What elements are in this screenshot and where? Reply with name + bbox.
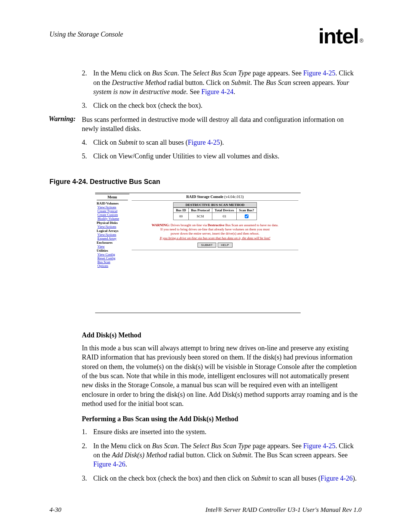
td-scan-bus [237, 212, 257, 220]
step-text: Click on View/Config under Utilities to … [93, 152, 279, 161]
t: If you bring a drive on-line via bus sca… [160, 236, 271, 240]
t: page appears. See [251, 69, 303, 77]
subheading-performing: Performing a Bus Scan using the Add Disk… [82, 414, 362, 423]
menu-link-options[interactable]: Options [97, 264, 128, 268]
step-5: 5. Click on View/Config under Utilities … [82, 152, 362, 161]
t: . The [177, 69, 193, 77]
step-c2: 2. In the Menu click on Bus Scan. The Se… [82, 441, 362, 469]
t: Bus Scan [152, 69, 177, 77]
t: screen appears. [291, 79, 336, 86]
t: Submit [251, 474, 270, 482]
menu-group: Utilities [97, 249, 128, 252]
menu-link-modify-volume[interactable]: Modify Volume [97, 217, 128, 220]
t: In the Menu click on [93, 442, 152, 450]
divider [132, 200, 298, 201]
t: (v4.04c.013) [223, 195, 244, 199]
step-num: 2. [82, 69, 93, 96]
content-title: RAID Storage Console (v4.04c.013) [132, 195, 298, 199]
scan-bus-checkbox[interactable] [245, 214, 249, 218]
t: Bus Scan are assumed to have no data. [225, 223, 279, 227]
t: ). [353, 474, 357, 482]
menu-link-view-actions[interactable]: View/Actions [97, 225, 128, 228]
help-button[interactable]: HELP [218, 243, 233, 248]
t: . The [177, 442, 193, 450]
running-head: Using the Storage Console [49, 30, 123, 38]
t: Click on [93, 139, 118, 146]
step-num: 2. [82, 441, 93, 469]
menu-link-view[interactable]: View [97, 244, 128, 248]
submit-button[interactable]: SUBMIT [198, 243, 216, 248]
step-num: 4. [82, 138, 93, 147]
manual-title: Intel® Server RAID Controller U3-1 User'… [206, 506, 362, 514]
subheading-add-disks: Add Disk(s) Method [82, 331, 362, 340]
t: . The [250, 79, 266, 86]
menu-link-expand-array[interactable]: Expand Array [97, 236, 128, 240]
step-num: 5. [82, 152, 93, 161]
figure-4-24: Menu RAID Volumes View/Actions Create Ty… [95, 193, 301, 313]
t: Submit [118, 139, 137, 146]
step-num: 3. [82, 474, 93, 483]
t: Add Disk(s) Method [112, 451, 167, 459]
td-bus-id: 00 [174, 212, 189, 220]
step-3: 3. Click on the check box (check the box… [82, 101, 362, 110]
t: Bus Scan [266, 79, 292, 86]
bus-scan-table: DESTRUCTIVE BUS SCAN METHOD Bus ID Bus P… [173, 202, 257, 220]
t: . [126, 460, 127, 468]
t: ). [220, 139, 224, 146]
menu-column: Menu RAID Volumes View/Actions Create Ty… [95, 194, 129, 313]
step-c3: 3. Click on the check box (check the box… [82, 474, 362, 483]
step-text: Click on the check box (check the box). [93, 101, 202, 110]
th-bus-protocol: Bus Protocol [188, 208, 212, 212]
fig-link[interactable]: Figure 4-26 [320, 474, 353, 482]
menu-link-view-actions[interactable]: View/Actions [97, 233, 128, 236]
t: power down the entire server, insert the… [170, 232, 259, 235]
menu-link-view-config[interactable]: View Config [97, 252, 128, 256]
t: to scan all buses ( [270, 474, 320, 482]
step-num: 3. [82, 101, 93, 110]
intel-logo: intel® [319, 27, 362, 46]
destructive-warning: WARNING: Drives brought on-line via Dest… [139, 223, 292, 240]
step-2: 2. In the Menu click on Bus Scan. The Se… [82, 69, 362, 96]
th-bus-id: Bus ID [174, 208, 189, 212]
warning-text: Bus scans performed in destructive mode … [82, 115, 362, 134]
step-c1: 1. Ensure disks are inserted into the sy… [82, 427, 362, 436]
t: If you need to bring drives on-line that… [161, 227, 270, 231]
t: Destructive Method [112, 79, 166, 86]
t: Select Bus Scan Type [193, 442, 251, 450]
td-bus-protocol: SCSI [188, 212, 212, 220]
menu-header: Menu [97, 195, 128, 200]
logo-text: intel [319, 24, 358, 48]
menu-link-bus-scan[interactable]: Bus Scan [97, 260, 128, 264]
t: In the Menu click on [93, 69, 152, 77]
menu-link-view-actions[interactable]: View/Actions [97, 205, 128, 209]
fig-link[interactable]: Figure 4-25 [188, 139, 220, 146]
fig-link[interactable]: Figure 4-24 [201, 88, 234, 96]
logo-reg: ® [360, 38, 363, 44]
step-text: Ensure disks are inserted into the syste… [93, 427, 206, 436]
fig-link[interactable]: Figure 4-25 [303, 442, 336, 450]
t: radial button. Click on [167, 451, 232, 459]
t: WARNING: [152, 223, 171, 227]
t: RAID Storage Console [186, 195, 223, 199]
menu-group: Enclosures [97, 241, 128, 244]
warning-label: Warning: [49, 115, 82, 134]
fig-link[interactable]: Figure 4-26 [93, 460, 126, 468]
t: radial button. Click on [166, 79, 231, 86]
menu-group: RAID Volumes [97, 201, 128, 205]
td-total-devices: 03 [212, 212, 237, 220]
table-caption: DESTRUCTIVE BUS SCAN METHOD [173, 202, 257, 208]
fig-link[interactable]: Figure 4-25 [303, 69, 336, 77]
menu-link-create-custom[interactable]: Create Custom [97, 213, 128, 217]
t: page appears. See [251, 442, 303, 450]
t: . The Bus Scan screen appears. See [251, 451, 348, 459]
page-number: 4-30 [49, 506, 61, 514]
paragraph: In this mode a bus scan will always atte… [82, 343, 362, 408]
t: to scan all buses ( [137, 139, 188, 146]
menu-link-create-typical[interactable]: Create Typical [97, 209, 128, 213]
th-total-devices: Total Devices [212, 208, 237, 212]
t: Click on the check box (check the box) a… [93, 474, 251, 482]
menu-link-reset-config[interactable]: Reset Config [97, 256, 128, 260]
t: Destructive [208, 223, 225, 227]
step-4: 4. Click on Submit to scan all buses (Fi… [82, 138, 362, 147]
t: Submit [231, 79, 250, 86]
